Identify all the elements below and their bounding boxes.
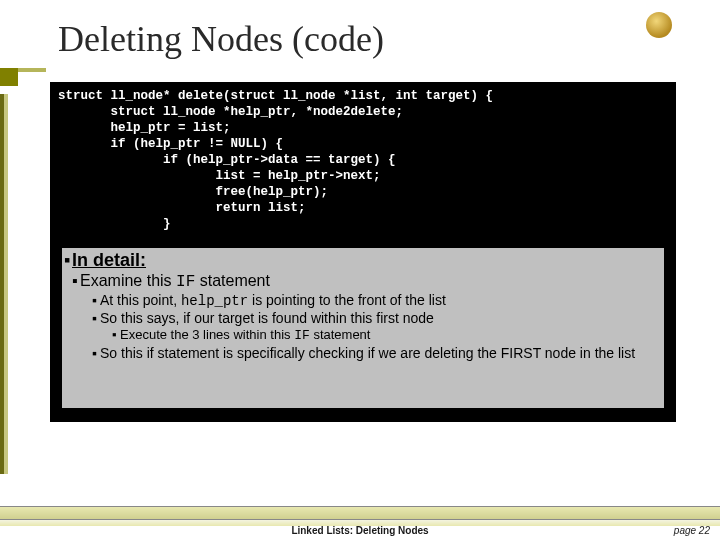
logo-icon bbox=[646, 12, 672, 38]
detail-line-4-code: IF bbox=[294, 328, 310, 343]
footer-text: Linked Lists: Deleting Nodes bbox=[0, 525, 720, 536]
code-text: struct ll_node* delete(struct ll_node *l… bbox=[58, 88, 493, 232]
detail-line-3-text: So this says, if our target is found wit… bbox=[100, 310, 434, 326]
detail-line-1: ▪ Examine this IF statement bbox=[72, 272, 662, 291]
detail-line-2: ▪ At this point, help_ptr is pointing to… bbox=[92, 292, 662, 309]
footer-bar bbox=[0, 506, 720, 520]
detail-box: ▪In detail: ▪ Examine this IF statement … bbox=[62, 248, 664, 408]
accent-square bbox=[0, 68, 18, 86]
page-number: page 22 bbox=[674, 525, 710, 536]
detail-line-2b: is pointing to the front of the list bbox=[248, 292, 446, 308]
detail-line-1a: Examine this bbox=[80, 272, 176, 289]
detail-line-1b: statement bbox=[195, 272, 270, 289]
accent-h-bar bbox=[18, 68, 46, 72]
detail-line-4a: Execute the 3 lines within this bbox=[120, 327, 294, 342]
detail-line-4: ▪ Execute the 3 lines within this IF sta… bbox=[112, 327, 662, 343]
detail-line-1-code: IF bbox=[176, 273, 195, 291]
accent-v-bar-light bbox=[4, 94, 8, 474]
detail-heading: ▪In detail: bbox=[64, 250, 662, 271]
detail-line-4b: statement bbox=[310, 327, 371, 342]
slide: Deleting Nodes (code) struct ll_node* de… bbox=[0, 0, 720, 540]
slide-title: Deleting Nodes (code) bbox=[58, 18, 384, 60]
detail-line-2a: At this point, bbox=[100, 292, 181, 308]
detail-line-5-text: So this if statement is specifically che… bbox=[100, 345, 635, 361]
detail-line-3: ▪ So this says, if our target is found w… bbox=[92, 310, 662, 326]
detail-line-2-code: help_ptr bbox=[181, 293, 248, 309]
detail-line-5: ▪ So this if statement is specifically c… bbox=[92, 345, 662, 361]
detail-heading-text: In detail: bbox=[72, 250, 146, 270]
